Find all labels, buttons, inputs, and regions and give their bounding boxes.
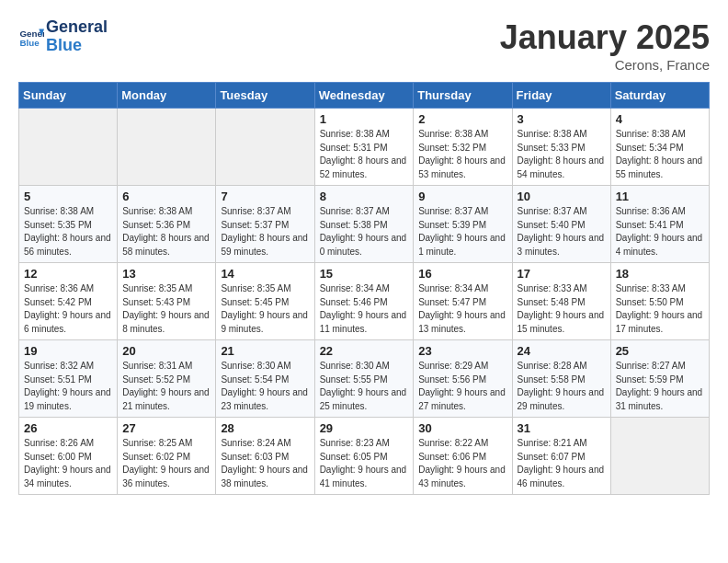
calendar-cell: 3Sunrise: 8:38 AM Sunset: 5:33 PM Daylig… <box>512 109 610 186</box>
day-number: 23 <box>418 344 506 358</box>
day-info: Sunrise: 8:25 AM Sunset: 6:02 PM Dayligh… <box>122 437 210 490</box>
day-info: Sunrise: 8:31 AM Sunset: 5:52 PM Dayligh… <box>122 360 210 413</box>
day-info: Sunrise: 8:28 AM Sunset: 5:58 PM Dayligh… <box>518 360 606 413</box>
day-number: 8 <box>320 190 409 203</box>
calendar-header-row: SundayMondayTuesdayWednesdayThursdayFrid… <box>19 83 710 109</box>
day-number: 3 <box>518 112 606 126</box>
day-info: Sunrise: 8:21 AM Sunset: 6:07 PM Dayligh… <box>518 437 606 490</box>
day-number: 5 <box>24 190 112 203</box>
calendar-cell: 5Sunrise: 8:38 AM Sunset: 5:35 PM Daylig… <box>19 186 118 263</box>
weekday-header: Saturday <box>610 83 709 109</box>
calendar-cell: 17Sunrise: 8:33 AM Sunset: 5:48 PM Dayli… <box>512 263 610 340</box>
logo-line2: Blue <box>46 37 108 55</box>
calendar-cell: 1Sunrise: 8:38 AM Sunset: 5:31 PM Daylig… <box>314 109 414 186</box>
calendar-cell: 26Sunrise: 8:26 AM Sunset: 6:00 PM Dayli… <box>19 418 118 495</box>
day-info: Sunrise: 8:34 AM Sunset: 5:46 PM Dayligh… <box>320 282 409 336</box>
calendar-cell: 30Sunrise: 8:22 AM Sunset: 6:06 PM Dayli… <box>414 418 512 495</box>
day-number: 22 <box>320 344 409 358</box>
svg-text:Blue: Blue <box>19 38 40 48</box>
calendar-cell: 15Sunrise: 8:34 AM Sunset: 5:46 PM Dayli… <box>314 263 414 340</box>
day-number: 11 <box>616 190 704 203</box>
weekday-header: Friday <box>512 83 610 109</box>
calendar-cell: 20Sunrise: 8:31 AM Sunset: 5:52 PM Dayli… <box>118 340 216 418</box>
day-number: 25 <box>616 344 704 358</box>
day-info: Sunrise: 8:38 AM Sunset: 5:36 PM Dayligh… <box>122 205 210 259</box>
calendar-cell <box>610 418 709 495</box>
calendar-cell: 13Sunrise: 8:35 AM Sunset: 5:43 PM Dayli… <box>118 263 216 340</box>
calendar-cell: 25Sunrise: 8:27 AM Sunset: 5:59 PM Dayli… <box>610 340 709 418</box>
calendar-cell: 31Sunrise: 8:21 AM Sunset: 6:07 PM Dayli… <box>512 418 610 495</box>
day-info: Sunrise: 8:38 AM Sunset: 5:33 PM Dayligh… <box>518 128 606 181</box>
day-number: 19 <box>24 344 112 358</box>
day-number: 10 <box>518 190 606 203</box>
calendar-cell: 21Sunrise: 8:30 AM Sunset: 5:54 PM Dayli… <box>216 340 314 418</box>
day-number: 30 <box>418 421 506 435</box>
calendar-cell: 11Sunrise: 8:36 AM Sunset: 5:41 PM Dayli… <box>610 186 709 263</box>
day-info: Sunrise: 8:27 AM Sunset: 5:59 PM Dayligh… <box>616 360 704 413</box>
weekday-header: Tuesday <box>216 83 314 109</box>
day-number: 9 <box>418 190 506 203</box>
day-info: Sunrise: 8:38 AM Sunset: 5:35 PM Dayligh… <box>24 205 112 259</box>
calendar: SundayMondayTuesdayWednesdayThursdayFrid… <box>18 82 710 495</box>
day-number: 14 <box>221 267 309 281</box>
day-number: 1 <box>320 112 409 126</box>
day-number: 31 <box>518 421 606 435</box>
day-info: Sunrise: 8:23 AM Sunset: 6:05 PM Dayligh… <box>320 437 409 490</box>
day-info: Sunrise: 8:26 AM Sunset: 6:00 PM Dayligh… <box>24 437 112 490</box>
day-info: Sunrise: 8:29 AM Sunset: 5:56 PM Dayligh… <box>418 360 506 413</box>
weekday-header: Wednesday <box>314 83 414 109</box>
page: General Blue General Blue January 2025 C… <box>0 0 728 504</box>
day-number: 6 <box>122 190 210 203</box>
day-info: Sunrise: 8:36 AM Sunset: 5:41 PM Dayligh… <box>616 205 704 259</box>
logo-icon: General Blue <box>18 24 44 50</box>
calendar-cell: 14Sunrise: 8:35 AM Sunset: 5:45 PM Dayli… <box>216 263 314 340</box>
day-number: 27 <box>122 421 210 435</box>
day-info: Sunrise: 8:22 AM Sunset: 6:06 PM Dayligh… <box>418 437 506 490</box>
calendar-week-row: 19Sunrise: 8:32 AM Sunset: 5:51 PM Dayli… <box>19 340 710 418</box>
day-number: 2 <box>418 112 506 126</box>
day-info: Sunrise: 8:24 AM Sunset: 6:03 PM Dayligh… <box>221 437 309 490</box>
logo: General Blue General Blue <box>18 18 108 55</box>
month-title: January 2025 <box>500 18 710 57</box>
calendar-cell: 8Sunrise: 8:37 AM Sunset: 5:38 PM Daylig… <box>314 186 414 263</box>
day-number: 17 <box>518 267 606 281</box>
calendar-cell: 2Sunrise: 8:38 AM Sunset: 5:32 PM Daylig… <box>414 109 512 186</box>
title-section: January 2025 Cerons, France <box>500 18 710 73</box>
weekday-header: Monday <box>118 83 216 109</box>
calendar-cell <box>118 109 216 186</box>
day-number: 28 <box>221 421 309 435</box>
day-number: 24 <box>518 344 606 358</box>
day-number: 20 <box>122 344 210 358</box>
day-number: 4 <box>616 112 704 126</box>
calendar-cell: 28Sunrise: 8:24 AM Sunset: 6:03 PM Dayli… <box>216 418 314 495</box>
day-info: Sunrise: 8:34 AM Sunset: 5:47 PM Dayligh… <box>418 282 506 336</box>
calendar-cell: 7Sunrise: 8:37 AM Sunset: 5:37 PM Daylig… <box>216 186 314 263</box>
logo-line1: General <box>46 18 108 37</box>
day-info: Sunrise: 8:33 AM Sunset: 5:50 PM Dayligh… <box>616 282 704 336</box>
day-number: 29 <box>320 421 409 435</box>
calendar-cell: 16Sunrise: 8:34 AM Sunset: 5:47 PM Dayli… <box>414 263 512 340</box>
day-info: Sunrise: 8:37 AM Sunset: 5:37 PM Dayligh… <box>221 205 309 259</box>
calendar-week-row: 12Sunrise: 8:36 AM Sunset: 5:42 PM Dayli… <box>19 263 710 340</box>
day-info: Sunrise: 8:37 AM Sunset: 5:38 PM Dayligh… <box>320 205 409 259</box>
header: General Blue General Blue January 2025 C… <box>18 18 710 73</box>
calendar-cell: 10Sunrise: 8:37 AM Sunset: 5:40 PM Dayli… <box>512 186 610 263</box>
calendar-cell: 4Sunrise: 8:38 AM Sunset: 5:34 PM Daylig… <box>610 109 709 186</box>
weekday-header: Thursday <box>414 83 512 109</box>
calendar-cell <box>19 109 118 186</box>
day-number: 18 <box>616 267 704 281</box>
calendar-cell: 12Sunrise: 8:36 AM Sunset: 5:42 PM Dayli… <box>19 263 118 340</box>
calendar-cell: 22Sunrise: 8:30 AM Sunset: 5:55 PM Dayli… <box>314 340 414 418</box>
location: Cerons, France <box>500 57 710 73</box>
day-info: Sunrise: 8:32 AM Sunset: 5:51 PM Dayligh… <box>24 360 112 413</box>
day-number: 26 <box>24 421 112 435</box>
calendar-week-row: 5Sunrise: 8:38 AM Sunset: 5:35 PM Daylig… <box>19 186 710 263</box>
calendar-cell: 27Sunrise: 8:25 AM Sunset: 6:02 PM Dayli… <box>118 418 216 495</box>
weekday-header: Sunday <box>19 83 118 109</box>
day-number: 12 <box>24 267 112 281</box>
day-info: Sunrise: 8:38 AM Sunset: 5:34 PM Dayligh… <box>616 128 704 181</box>
day-number: 16 <box>418 267 506 281</box>
day-info: Sunrise: 8:38 AM Sunset: 5:32 PM Dayligh… <box>418 128 506 181</box>
calendar-cell: 9Sunrise: 8:37 AM Sunset: 5:39 PM Daylig… <box>414 186 512 263</box>
day-info: Sunrise: 8:38 AM Sunset: 5:31 PM Dayligh… <box>320 128 409 181</box>
